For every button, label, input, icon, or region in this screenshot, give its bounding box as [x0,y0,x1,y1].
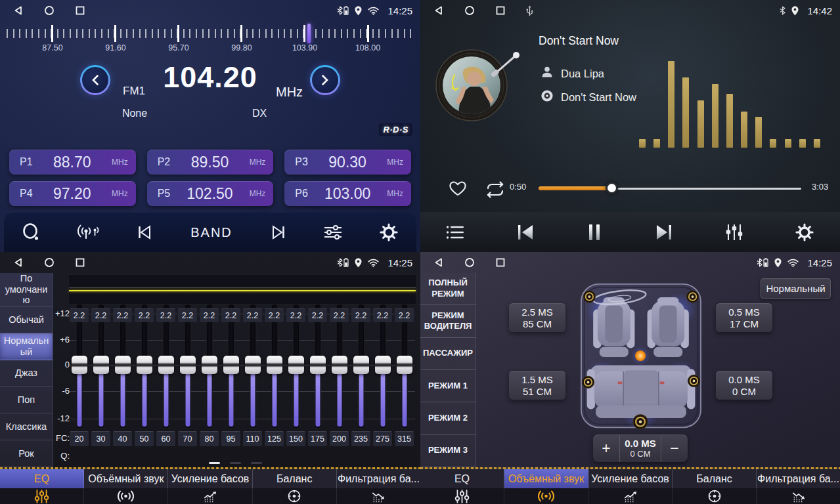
eq-band-slider[interactable] [155,304,177,429]
eq-band-slider[interactable] [177,304,198,429]
home-icon[interactable] [44,257,55,268]
eq-band-slider[interactable] [328,304,350,429]
tune-up-button[interactable] [310,65,340,95]
progress-thumb[interactable] [606,182,618,194]
eq-band-slider[interactable] [372,304,393,429]
eq-band-fc-value[interactable]: 70 [178,431,197,446]
repeat-icon[interactable] [482,178,508,201]
surround-icon[interactable] [504,488,588,504]
eq-band-fc-value[interactable]: 110 [243,431,262,446]
eq-band-q-value[interactable]: 2.2 [265,308,284,322]
slider-knob[interactable] [180,356,196,374]
tab-surround[interactable]: Объёмный звук [504,469,588,488]
tab-bass-filter[interactable]: Фильтрация ба... [757,469,840,488]
slider-knob[interactable] [72,356,87,374]
eq-band-q-value[interactable]: 2.2 [395,308,414,322]
eq-band-q-value[interactable]: 2.2 [178,308,197,322]
tab-eq-sliders[interactable]: EQ [0,469,84,488]
eq-band-q-value[interactable]: 2.2 [243,308,262,322]
eq-band-q-value[interactable]: 2.2 [308,308,327,322]
slider-knob[interactable] [332,356,347,374]
back-icon[interactable] [433,257,444,268]
recents-icon[interactable] [75,5,85,16]
eq-band-fc-value[interactable]: 95 [221,431,240,446]
eq-band-q-value[interactable]: 2.2 [113,308,132,322]
eq-band-slider[interactable] [90,304,112,429]
previous-icon[interactable] [133,222,158,243]
slider-knob[interactable] [353,356,369,374]
band-button[interactable]: BAND [188,222,235,243]
radio-preset-button[interactable]: P289.50MHz [147,150,274,175]
eq-band-slider[interactable] [350,304,372,429]
playlist-icon[interactable] [443,222,467,242]
radio-preset-button[interactable]: P497.20MHz [9,181,136,206]
eq-band-slider[interactable] [307,304,328,429]
radio-preset-button[interactable]: P6103.00MHz [284,181,411,206]
radio-preset-button[interactable]: P188.70MHz [9,150,136,175]
eq-band-fc-value[interactable]: 315 [395,431,414,446]
back-icon[interactable] [13,257,24,268]
tab-bass-boost[interactable]: Усиление басов [168,469,252,488]
scan-stations-icon[interactable] [75,221,102,243]
eq-band-slider[interactable] [393,304,415,429]
eq-band-fc-value[interactable]: 40 [113,431,132,446]
eq-band-slider[interactable] [285,304,307,429]
eq-preset-item[interactable]: По умолчанию [0,273,53,306]
recents-icon[interactable] [75,257,85,268]
slider-knob[interactable] [245,356,261,374]
eq-band-slider[interactable] [263,304,285,429]
eq-band-q-value[interactable]: 2.2 [135,308,154,322]
tab-bass-boost[interactable]: Усиление басов [588,469,673,488]
surround-icon[interactable] [84,488,168,504]
eq-band-fc-value[interactable]: 50 [135,431,154,446]
slider-knob[interactable] [202,356,217,374]
slider-knob[interactable] [158,356,174,374]
vertical-sliders-icon[interactable] [722,221,746,243]
settings-gear-icon[interactable] [792,220,817,245]
rear-right-delay-card[interactable]: 0.0 MS 0 CM [716,371,772,400]
previous-track-icon[interactable] [513,221,538,243]
soundfield-mode-item[interactable]: ПАССАЖИР [420,338,475,370]
bass-filter-icon[interactable] [337,488,420,504]
eq-band-fc-value[interactable]: 200 [330,431,349,446]
eq-band-fc-value[interactable]: 175 [308,431,327,446]
tab-balance[interactable]: Баланс [673,469,757,488]
soundfield-mode-item[interactable]: РЕЖИМ 2 [420,402,475,434]
eq-band-fc-value[interactable]: 125 [265,431,284,446]
home-icon[interactable] [44,5,55,16]
dial-tuning-indicator[interactable] [307,24,311,43]
settings-gear-icon[interactable] [376,220,401,245]
pause-icon[interactable] [584,220,605,244]
slider-knob[interactable] [310,356,326,374]
eq-band-fc-value[interactable]: 30 [91,431,110,446]
slider-knob[interactable] [93,356,109,374]
soundfield-mode-item[interactable]: РЕЖИМ 3 [420,435,475,467]
eq-band-fc-value[interactable]: 20 [70,431,89,446]
eq-band-q-value[interactable]: 2.2 [200,308,219,322]
search-icon[interactable] [19,220,44,245]
bass-boost-icon[interactable] [588,488,673,504]
eq-band-fc-value[interactable]: 150 [286,431,305,446]
back-icon[interactable] [433,5,444,16]
favorite-heart-icon[interactable] [445,177,470,200]
slider-knob[interactable] [115,356,131,374]
recents-icon[interactable] [495,5,506,16]
tab-bass-filter[interactable]: Фильтрация ба... [337,469,420,488]
eq-band-slider[interactable] [112,304,133,429]
bass-boost-icon[interactable] [168,488,252,504]
bass-filter-icon[interactable] [757,488,840,504]
balance-icon[interactable] [673,488,757,504]
listener-position-dot[interactable] [635,350,646,361]
tab-eq-sliders[interactable]: EQ [420,469,504,488]
back-icon[interactable] [13,5,24,16]
home-icon[interactable] [464,5,475,16]
slider-knob[interactable] [397,356,412,374]
home-icon[interactable] [464,257,475,268]
eq-band-fc-value[interactable]: 275 [373,431,392,446]
slider-knob[interactable] [223,356,239,374]
eq-band-q-value[interactable]: 2.2 [70,308,89,322]
eq-band-q-value[interactable]: 2.2 [330,308,349,322]
eq-band-slider[interactable] [133,304,155,429]
increase-delay-button[interactable]: + [593,435,619,462]
slider-knob[interactable] [375,356,391,374]
